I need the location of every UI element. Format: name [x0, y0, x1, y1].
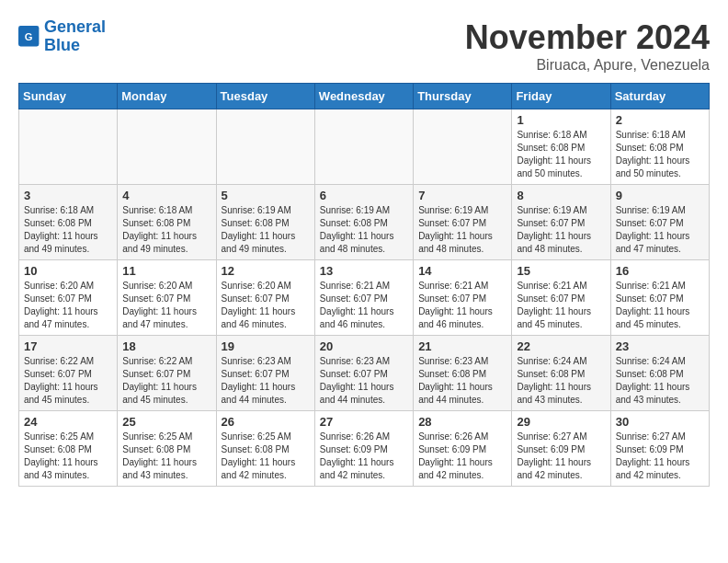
- calendar-cell: 17Sunrise: 6:22 AM Sunset: 6:07 PM Dayli…: [19, 336, 118, 411]
- day-info: Sunrise: 6:20 AM Sunset: 6:07 PM Dayligh…: [122, 280, 210, 331]
- calendar-cell: 16Sunrise: 6:21 AM Sunset: 6:07 PM Dayli…: [610, 260, 709, 336]
- week-row-5: 24Sunrise: 6:25 AM Sunset: 6:08 PM Dayli…: [19, 411, 710, 487]
- day-info: Sunrise: 6:21 AM Sunset: 6:07 PM Dayligh…: [517, 280, 605, 331]
- day-info: Sunrise: 6:27 AM Sunset: 6:09 PM Dayligh…: [616, 431, 704, 482]
- day-number: 29: [517, 415, 605, 429]
- calendar-cell: 4Sunrise: 6:18 AM Sunset: 6:08 PM Daylig…: [118, 185, 216, 260]
- day-info: Sunrise: 6:25 AM Sunset: 6:08 PM Dayligh…: [24, 431, 112, 482]
- day-info: Sunrise: 6:23 AM Sunset: 6:08 PM Dayligh…: [418, 355, 506, 407]
- day-number: 10: [24, 264, 112, 278]
- calendar-cell: [314, 109, 413, 185]
- day-number: 21: [418, 339, 506, 353]
- day-number: 3: [24, 189, 112, 202]
- week-row-4: 17Sunrise: 6:22 AM Sunset: 6:07 PM Dayli…: [19, 336, 710, 411]
- calendar-cell: 9Sunrise: 6:19 AM Sunset: 6:07 PM Daylig…: [610, 185, 709, 260]
- calendar-cell: 6Sunrise: 6:19 AM Sunset: 6:08 PM Daylig…: [314, 185, 413, 260]
- day-info: Sunrise: 6:24 AM Sunset: 6:08 PM Dayligh…: [517, 355, 605, 407]
- day-info: Sunrise: 6:19 AM Sunset: 6:08 PM Dayligh…: [222, 204, 310, 256]
- calendar-cell: 8Sunrise: 6:19 AM Sunset: 6:07 PM Daylig…: [512, 185, 610, 260]
- logo-line2: Blue: [44, 36, 80, 54]
- calendar-cell: 15Sunrise: 6:21 AM Sunset: 6:07 PM Dayli…: [512, 260, 610, 336]
- calendar-cell: 13Sunrise: 6:21 AM Sunset: 6:07 PM Dayli…: [314, 260, 413, 336]
- logo-icon: G: [18, 26, 40, 48]
- day-number: 25: [122, 415, 210, 429]
- calendar-cell: 5Sunrise: 6:19 AM Sunset: 6:08 PM Daylig…: [216, 185, 314, 260]
- day-number: 11: [122, 264, 210, 278]
- location-subtitle: Biruaca, Apure, Venezuela: [465, 57, 710, 74]
- logo-text: General Blue: [44, 18, 106, 55]
- day-number: 17: [24, 339, 112, 353]
- day-number: 9: [616, 189, 704, 202]
- day-number: 19: [222, 339, 310, 353]
- day-info: Sunrise: 6:21 AM Sunset: 6:07 PM Dayligh…: [616, 280, 704, 331]
- calendar-cell: 1Sunrise: 6:18 AM Sunset: 6:08 PM Daylig…: [512, 109, 610, 185]
- day-number: 5: [222, 189, 310, 202]
- day-info: Sunrise: 6:24 AM Sunset: 6:08 PM Dayligh…: [616, 355, 704, 407]
- day-number: 24: [24, 415, 112, 429]
- week-row-1: 1Sunrise: 6:18 AM Sunset: 6:08 PM Daylig…: [19, 109, 710, 185]
- calendar-cell: 28Sunrise: 6:26 AM Sunset: 6:09 PM Dayli…: [414, 411, 512, 487]
- calendar-cell: [19, 109, 118, 185]
- day-info: Sunrise: 6:21 AM Sunset: 6:07 PM Dayligh…: [320, 280, 408, 331]
- day-number: 4: [122, 189, 210, 202]
- calendar-cell: 14Sunrise: 6:21 AM Sunset: 6:07 PM Dayli…: [414, 260, 512, 336]
- day-info: Sunrise: 6:18 AM Sunset: 6:08 PM Dayligh…: [616, 129, 704, 180]
- day-info: Sunrise: 6:19 AM Sunset: 6:08 PM Dayligh…: [320, 204, 408, 256]
- day-number: 26: [222, 415, 310, 429]
- calendar-cell: [118, 109, 216, 185]
- logo-line1: General: [44, 17, 106, 36]
- calendar-cell: 11Sunrise: 6:20 AM Sunset: 6:07 PM Dayli…: [118, 260, 216, 336]
- weekday-header-wednesday: Wednesday: [314, 84, 413, 109]
- day-info: Sunrise: 6:25 AM Sunset: 6:08 PM Dayligh…: [222, 431, 310, 482]
- calendar-cell: 12Sunrise: 6:20 AM Sunset: 6:07 PM Dayli…: [216, 260, 314, 336]
- calendar-cell: [216, 109, 314, 185]
- weekday-header-friday: Friday: [512, 84, 610, 109]
- calendar-cell: 20Sunrise: 6:23 AM Sunset: 6:07 PM Dayli…: [314, 336, 413, 411]
- day-number: 13: [320, 264, 408, 278]
- month-title: November 2024: [465, 18, 710, 57]
- day-number: 2: [616, 113, 704, 127]
- day-info: Sunrise: 6:20 AM Sunset: 6:07 PM Dayligh…: [222, 280, 310, 331]
- day-info: Sunrise: 6:23 AM Sunset: 6:07 PM Dayligh…: [320, 355, 408, 407]
- calendar-cell: 26Sunrise: 6:25 AM Sunset: 6:08 PM Dayli…: [216, 411, 314, 487]
- day-number: 30: [616, 415, 704, 429]
- day-number: 16: [616, 264, 704, 278]
- day-info: Sunrise: 6:20 AM Sunset: 6:07 PM Dayligh…: [24, 280, 112, 331]
- day-info: Sunrise: 6:19 AM Sunset: 6:07 PM Dayligh…: [616, 204, 704, 256]
- calendar-cell: 2Sunrise: 6:18 AM Sunset: 6:08 PM Daylig…: [610, 109, 709, 185]
- day-info: Sunrise: 6:22 AM Sunset: 6:07 PM Dayligh…: [24, 355, 112, 407]
- day-info: Sunrise: 6:25 AM Sunset: 6:08 PM Dayligh…: [122, 431, 210, 482]
- day-number: 18: [122, 339, 210, 353]
- day-number: 28: [418, 415, 506, 429]
- day-number: 15: [517, 264, 605, 278]
- title-block: November 2024 Biruaca, Apure, Venezuela: [465, 18, 710, 74]
- day-info: Sunrise: 6:22 AM Sunset: 6:07 PM Dayligh…: [122, 355, 210, 407]
- day-number: 14: [418, 264, 506, 278]
- day-info: Sunrise: 6:18 AM Sunset: 6:08 PM Dayligh…: [517, 129, 605, 180]
- day-info: Sunrise: 6:26 AM Sunset: 6:09 PM Dayligh…: [320, 431, 408, 482]
- week-row-3: 10Sunrise: 6:20 AM Sunset: 6:07 PM Dayli…: [19, 260, 710, 336]
- week-row-2: 3Sunrise: 6:18 AM Sunset: 6:08 PM Daylig…: [19, 185, 710, 260]
- day-info: Sunrise: 6:18 AM Sunset: 6:08 PM Dayligh…: [24, 204, 112, 256]
- svg-text:G: G: [25, 31, 33, 42]
- weekday-header-tuesday: Tuesday: [216, 84, 314, 109]
- day-number: 27: [320, 415, 408, 429]
- day-number: 7: [418, 189, 506, 202]
- calendar-cell: 27Sunrise: 6:26 AM Sunset: 6:09 PM Dayli…: [314, 411, 413, 487]
- calendar-cell: 21Sunrise: 6:23 AM Sunset: 6:08 PM Dayli…: [414, 336, 512, 411]
- day-number: 6: [320, 189, 408, 202]
- day-info: Sunrise: 6:18 AM Sunset: 6:08 PM Dayligh…: [122, 204, 210, 256]
- logo: G General Blue: [18, 18, 106, 55]
- calendar-cell: 19Sunrise: 6:23 AM Sunset: 6:07 PM Dayli…: [216, 336, 314, 411]
- day-info: Sunrise: 6:19 AM Sunset: 6:07 PM Dayligh…: [517, 204, 605, 256]
- calendar-cell: 3Sunrise: 6:18 AM Sunset: 6:08 PM Daylig…: [19, 185, 118, 260]
- day-number: 8: [517, 189, 605, 202]
- calendar-cell: 24Sunrise: 6:25 AM Sunset: 6:08 PM Dayli…: [19, 411, 118, 487]
- calendar-cell: 25Sunrise: 6:25 AM Sunset: 6:08 PM Dayli…: [118, 411, 216, 487]
- page-header: G General Blue November 2024 Biruaca, Ap…: [18, 18, 710, 74]
- weekday-header-sunday: Sunday: [19, 84, 118, 109]
- day-info: Sunrise: 6:23 AM Sunset: 6:07 PM Dayligh…: [222, 355, 310, 407]
- day-info: Sunrise: 6:27 AM Sunset: 6:09 PM Dayligh…: [517, 431, 605, 482]
- day-number: 22: [517, 339, 605, 353]
- calendar-cell: 29Sunrise: 6:27 AM Sunset: 6:09 PM Dayli…: [512, 411, 610, 487]
